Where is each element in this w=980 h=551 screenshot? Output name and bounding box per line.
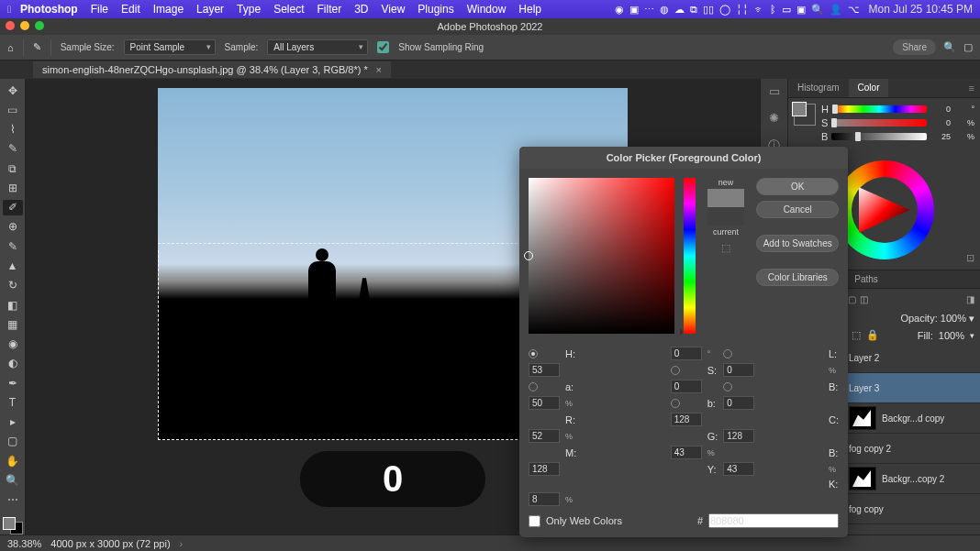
menu-help[interactable]: Help (518, 3, 541, 16)
type-tool[interactable]: T (3, 394, 23, 410)
window-close-icon[interactable] (6, 21, 15, 30)
workspace-icon[interactable]: ▢ (963, 41, 973, 53)
marquee-tool[interactable]: ▭ (3, 102, 23, 117)
menu-file[interactable]: File (91, 3, 108, 16)
foreground-color-swatch[interactable] (3, 517, 16, 530)
h-input[interactable] (671, 347, 702, 360)
panel-icon-1[interactable]: ▭ (769, 84, 780, 98)
panel-icon-2[interactable]: ✺ (769, 111, 779, 125)
status-info-chevron-icon[interactable]: › (180, 538, 184, 549)
status-wifi-icon[interactable]: ᯤ (754, 4, 764, 15)
quick-select-tool[interactable]: ✎ (3, 141, 23, 157)
hex-input[interactable] (708, 513, 839, 528)
status-screen-icon[interactable]: ⧉ (690, 4, 697, 16)
menubar-clock[interactable]: Mon Jul 25 10:45 PM (869, 3, 973, 16)
menu-plugins[interactable]: Plugins (418, 3, 453, 16)
eraser-tool[interactable]: ◧ (3, 297, 23, 313)
menu-select[interactable]: Select (273, 3, 304, 16)
filter-toggle-icon[interactable]: ◨ (966, 294, 974, 304)
gradient-tool[interactable]: ▦ (3, 316, 23, 332)
layer-name[interactable]: Layer 3 (849, 383, 974, 393)
color-warning-icon[interactable]: ⬚ (705, 242, 748, 254)
hue-strip[interactable] (684, 178, 696, 334)
history-brush-tool[interactable]: ↻ (3, 278, 23, 293)
hue-strip-marker-icon[interactable] (680, 328, 684, 336)
blur-tool[interactable]: ◉ (3, 336, 23, 351)
layer-mask-thumb[interactable] (849, 467, 876, 490)
lock-all-icon[interactable]: 🔒 (866, 329, 879, 341)
s-slider-value[interactable]: 0 (930, 118, 951, 127)
status-record-icon[interactable]: ◉ (615, 4, 624, 16)
l-input[interactable] (529, 363, 560, 377)
window-zoom-icon[interactable] (35, 21, 44, 30)
h-slider[interactable] (832, 105, 927, 113)
foreground-background-colors[interactable] (3, 517, 23, 534)
color-field[interactable] (529, 178, 674, 334)
menu-image[interactable]: Image (153, 3, 184, 16)
ok-button[interactable]: OK (756, 178, 839, 195)
status-dots-icon[interactable]: ⋯ (644, 4, 654, 16)
menu-edit[interactable]: Edit (121, 3, 140, 16)
status-book-icon[interactable]: ▯▯ (703, 4, 714, 16)
layer-name[interactable]: fog copy (849, 504, 974, 514)
a-radio[interactable] (529, 382, 538, 391)
window-minimize-icon[interactable] (20, 21, 29, 30)
color-field-cursor[interactable] (524, 251, 533, 260)
status-app-icon[interactable]: ◍ (660, 4, 669, 16)
dodge-tool[interactable]: ◐ (3, 356, 23, 371)
b-radio[interactable] (723, 382, 732, 391)
bb-radio[interactable] (671, 399, 680, 408)
tab-histogram[interactable]: Histogram (788, 79, 849, 97)
stamp-tool[interactable]: ▲ (3, 258, 23, 273)
move-tool[interactable]: ✥ (3, 83, 23, 98)
frame-tool[interactable]: ⊞ (3, 180, 23, 195)
s-radio[interactable] (671, 366, 680, 375)
show-sampling-ring-checkbox[interactable] (377, 41, 389, 53)
g-input[interactable] (723, 429, 754, 443)
b-input[interactable] (529, 396, 560, 410)
color-wheel-expand-icon[interactable]: ⊡ (966, 252, 974, 264)
bl-input[interactable] (529, 462, 560, 476)
status-user-icon[interactable]: 👤 (830, 4, 842, 16)
r-input[interactable] (671, 413, 702, 426)
c-input[interactable] (529, 429, 560, 443)
menu-window[interactable]: Window (467, 3, 507, 16)
status-battery-icon[interactable]: ▭ (782, 4, 791, 16)
document-tab[interactable]: simon-english-48nerZQCHgo-unsplash.jpg @… (33, 61, 391, 78)
color-libraries-button[interactable]: Color Libraries (756, 269, 839, 286)
edit-toolbar[interactable]: ⋯ (3, 492, 23, 508)
tab-paths[interactable]: Paths (845, 270, 887, 288)
y-input[interactable] (723, 462, 754, 476)
healing-tool[interactable]: ⊕ (3, 219, 23, 235)
layer-name[interactable]: fog copy 2 (849, 444, 974, 454)
b-slider[interactable] (831, 133, 927, 140)
layer-name[interactable]: Backgr...copy 2 (882, 474, 974, 484)
layer-name[interactable]: Backgr...d copy (882, 413, 974, 424)
filter-shape-icon[interactable]: ▢ (848, 294, 856, 304)
share-button[interactable]: Share (893, 39, 936, 55)
apple-icon[interactable]:  (7, 4, 11, 15)
status-search-icon[interactable]: 🔍 (811, 4, 824, 16)
status-circle-icon[interactable]: ◯ (719, 4, 730, 16)
close-tab-icon[interactable]: × (376, 64, 382, 75)
web-colors-checkbox[interactable] (529, 515, 540, 527)
status-cloud-icon[interactable]: ☁ (674, 4, 685, 16)
menu-app[interactable]: Photoshop (20, 3, 78, 16)
menu-filter[interactable]: Filter (317, 3, 341, 16)
filter-smart-icon[interactable]: ◫ (860, 294, 868, 304)
lasso-tool[interactable]: ⌇ (3, 122, 23, 138)
a-input[interactable] (671, 380, 702, 393)
layer-name[interactable]: Layer 2 (849, 353, 974, 363)
color-panel-swatch[interactable] (794, 104, 816, 126)
s-slider[interactable] (831, 119, 927, 127)
pen-tool[interactable]: ✒ (3, 375, 23, 391)
status-zoom[interactable]: 38.38% (7, 538, 41, 549)
menu-3d[interactable]: 3D (354, 3, 368, 16)
fill-value[interactable]: 100% (939, 330, 964, 341)
shape-tool[interactable]: ▢ (3, 434, 23, 449)
layer-mask-thumb[interactable] (849, 406, 876, 430)
m-input[interactable] (671, 446, 702, 459)
panel-menu-icon[interactable]: ≡ (963, 79, 980, 97)
status-bluetooth-icon[interactable]: ᛒ (770, 4, 776, 15)
b-slider-value[interactable]: 25 (930, 132, 951, 141)
